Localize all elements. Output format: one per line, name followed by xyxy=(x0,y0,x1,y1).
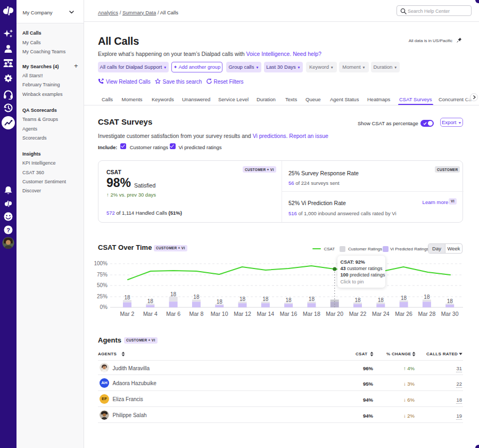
svg-text:25%: 25% xyxy=(97,294,108,299)
svg-text:Mar 22: Mar 22 xyxy=(349,311,367,317)
svg-text:18: 18 xyxy=(309,296,315,302)
svg-text:18: 18 xyxy=(240,296,246,302)
svg-text:18: 18 xyxy=(378,297,384,303)
svg-text:Mar 4: Mar 4 xyxy=(143,311,158,317)
svg-text:Mar 24: Mar 24 xyxy=(372,311,390,317)
svg-text:18: 18 xyxy=(193,294,200,300)
svg-text:18: 18 xyxy=(170,291,177,297)
svg-text:Mar 12: Mar 12 xyxy=(234,311,251,317)
svg-text:Mar 30: Mar 30 xyxy=(441,311,459,317)
svg-text:0%: 0% xyxy=(100,304,108,310)
svg-text:Mar 2: Mar 2 xyxy=(120,311,135,317)
svg-text:Mar 16: Mar 16 xyxy=(280,311,298,317)
svg-text:18: 18 xyxy=(354,297,361,303)
svg-text:Mar 28: Mar 28 xyxy=(418,311,436,317)
svg-text:Mar 20: Mar 20 xyxy=(326,311,343,317)
svg-text:75%: 75% xyxy=(97,272,108,278)
svg-text:Mar 6: Mar 6 xyxy=(166,311,180,317)
svg-text:Mar 14: Mar 14 xyxy=(257,311,274,317)
svg-text:50%: 50% xyxy=(97,282,108,288)
svg-text:Mar 26: Mar 26 xyxy=(395,311,412,317)
svg-text:100%: 100% xyxy=(94,260,108,266)
svg-text:Mar 8: Mar 8 xyxy=(189,311,203,317)
svg-text:18: 18 xyxy=(424,294,430,300)
svg-text:Mar 10: Mar 10 xyxy=(211,311,228,317)
svg-text:18: 18 xyxy=(447,298,453,304)
svg-text:18: 18 xyxy=(124,295,130,300)
svg-text:?: ? xyxy=(6,227,10,233)
svg-text:18: 18 xyxy=(401,295,407,301)
svg-text:18: 18 xyxy=(262,296,269,302)
svg-text:18: 18 xyxy=(147,298,154,304)
svg-text:Mar 18: Mar 18 xyxy=(303,311,320,317)
svg-text:18: 18 xyxy=(217,299,223,305)
svg-text:18: 18 xyxy=(286,297,292,303)
